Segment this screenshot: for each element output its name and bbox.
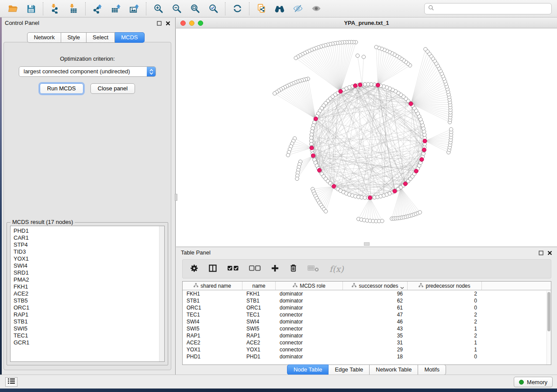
- mcds-list-item[interactable]: RAP1: [14, 311, 164, 318]
- table-row[interactable]: FKH1FKH1dominator962: [183, 290, 551, 297]
- mcds-list-item[interactable]: TID3: [14, 248, 164, 255]
- mcds-list-item[interactable]: STP4: [14, 241, 164, 248]
- table-row[interactable]: RAP1RAP1dominator352: [183, 332, 551, 339]
- column-header-successor-nodes[interactable]: successor nodes: [343, 282, 408, 290]
- mcds-list-item[interactable]: GCR1: [14, 339, 164, 346]
- zoom-selected-button[interactable]: [204, 1, 222, 16]
- task-history-button[interactable]: [5, 377, 17, 387]
- mcds-list-item[interactable]: SWI4: [14, 262, 164, 269]
- deselect-all-rows-button[interactable]: [249, 265, 261, 273]
- run-mcds-button[interactable]: Run MCDS: [40, 83, 83, 94]
- table-row[interactable]: SWI4SWI4dominator462: [183, 318, 551, 325]
- column-header-predecessor-nodes[interactable]: predecessor nodes: [408, 282, 482, 290]
- refresh-icon: [232, 3, 242, 14]
- mcds-list-item[interactable]: ORC1: [14, 304, 164, 311]
- table-row[interactable]: SWI5SWI5connector431: [183, 325, 551, 332]
- column-header-shared-name[interactable]: shared name: [183, 282, 242, 290]
- mcds-list-item[interactable]: STB1: [14, 318, 164, 325]
- mcds-list-item[interactable]: ACE2: [14, 290, 164, 297]
- export-network-button[interactable]: [88, 1, 107, 16]
- table-row[interactable]: STB1STB1dominator620: [183, 297, 551, 304]
- mcds-result-list[interactable]: PHD1CAR1STP4TID3YOX1SWI4SRD1PMA2FKH1ACE2…: [10, 226, 165, 362]
- table-row[interactable]: YOX1YOX1connector291: [183, 346, 551, 353]
- cell-successor_nodes: 62: [343, 297, 408, 304]
- close-table-panel-button[interactable]: [547, 250, 553, 256]
- cell-name: RAP1: [242, 332, 276, 339]
- mcds-list-item[interactable]: PMA2: [14, 276, 164, 283]
- mcds-list-item[interactable]: PHD1: [14, 227, 164, 234]
- tab-node-table[interactable]: Node Table: [287, 364, 329, 375]
- network-window-titlebar[interactable]: YPA_prune.txt_1: [176, 17, 557, 28]
- zoom-window-button[interactable]: [198, 21, 203, 26]
- memory-button[interactable]: Memory: [514, 377, 553, 387]
- table-panel-header: Table Panel: [176, 247, 557, 258]
- table-scrollbar[interactable]: [547, 291, 551, 364]
- split-divider-handle[interactable]: [364, 242, 370, 246]
- mcds-list-scrollbar[interactable]: [159, 226, 164, 361]
- column-header-name[interactable]: name: [242, 282, 276, 290]
- add-column-button[interactable]: [271, 264, 279, 274]
- delete-column-button[interactable]: [289, 264, 298, 274]
- minimize-window-button[interactable]: [189, 21, 194, 26]
- close-panel-button-mcds[interactable]: Close panel: [90, 83, 135, 94]
- cell-mcds_role: connector: [276, 339, 343, 346]
- table-row[interactable]: TEC1TEC1connector472: [183, 311, 551, 318]
- float-panel-button[interactable]: [156, 21, 162, 26]
- search-box[interactable]: [424, 3, 552, 14]
- column-header-MCDS-role[interactable]: MCDS role: [276, 282, 343, 290]
- import-table-button[interactable]: [64, 1, 83, 16]
- cell-successor_nodes: 46: [343, 318, 408, 325]
- import-network-button[interactable]: [46, 1, 64, 16]
- cell-name: TEC1: [242, 311, 276, 318]
- mcds-list-item[interactable]: STB5: [14, 297, 164, 304]
- mcds-tab-panel: Optimization criterion: largest connecte…: [3, 42, 171, 370]
- table-scrollbar-thumb[interactable]: [547, 292, 550, 331]
- network-canvas[interactable]: [176, 28, 557, 247]
- tab-motifs[interactable]: Motifs: [418, 364, 446, 375]
- column-type-icon: [293, 283, 298, 289]
- zoom-fit-button[interactable]: [186, 1, 204, 16]
- mcds-list-item[interactable]: SWI5: [14, 325, 164, 332]
- mcds-result-title: MCDS result (17 nodes): [10, 219, 75, 225]
- sort-chevron-icon[interactable]: [400, 285, 404, 291]
- cell-predecessor_nodes: 1: [408, 325, 482, 332]
- table-row[interactable]: PHD1PHD1dominator180: [183, 353, 551, 360]
- search-input[interactable]: [437, 5, 548, 13]
- open-file-button[interactable]: [3, 1, 22, 16]
- mcds-list-item[interactable]: CAR1: [14, 234, 164, 241]
- close-panel-button[interactable]: [165, 21, 171, 26]
- table-settings-button[interactable]: [190, 264, 198, 274]
- zoom-in-button[interactable]: [149, 1, 167, 16]
- panel-divider-handle[interactable]: [175, 194, 177, 201]
- zoom-out-button[interactable]: [167, 1, 186, 16]
- export-image-button[interactable]: [125, 1, 143, 16]
- table-row[interactable]: ORC1ORC1dominator610: [183, 304, 551, 311]
- cell-predecessor_nodes: 1: [408, 339, 482, 346]
- tab-network-table[interactable]: Network Table: [370, 364, 418, 375]
- mcds-list-item[interactable]: TEC1: [14, 332, 164, 339]
- toggle-columns-button[interactable]: [208, 264, 217, 274]
- close-window-button[interactable]: [180, 21, 186, 26]
- tab-select[interactable]: Select: [86, 32, 115, 43]
- tab-mcds[interactable]: MCDS: [115, 32, 144, 43]
- tab-edge-table[interactable]: Edge Table: [329, 364, 370, 375]
- mcds-list-item[interactable]: YOX1: [14, 255, 164, 262]
- optimization-criterion-select[interactable]: largest connected component (undirected): [19, 66, 156, 77]
- clone-network-button[interactable]: [252, 1, 270, 16]
- tab-style[interactable]: Style: [61, 32, 86, 43]
- tab-network[interactable]: Network: [27, 32, 61, 43]
- refresh-view-button[interactable]: [228, 1, 246, 16]
- hide-selected-button[interactable]: [289, 1, 307, 16]
- float-table-panel-button[interactable]: [538, 250, 544, 256]
- network-graph[interactable]: [176, 28, 557, 247]
- save-session-button[interactable]: [22, 1, 40, 16]
- export-table-button[interactable]: [107, 1, 125, 16]
- table-row[interactable]: ACE2ACE2connector311: [183, 339, 551, 346]
- delete-table-button: [308, 265, 319, 274]
- mcds-list-item[interactable]: FKH1: [14, 283, 164, 290]
- find-neighbors-button[interactable]: [270, 1, 289, 16]
- show-all-button[interactable]: [307, 1, 325, 16]
- mcds-list-item[interactable]: SRD1: [14, 269, 164, 276]
- select-all-rows-button[interactable]: [227, 265, 239, 273]
- function-builder-button: f(x): [329, 264, 344, 274]
